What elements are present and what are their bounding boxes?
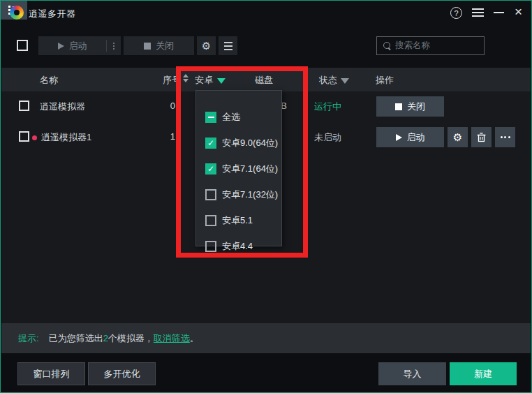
close-all-label: 关闭 bbox=[156, 40, 174, 52]
status-filter-icon[interactable] bbox=[337, 75, 349, 86]
app-logo-icon bbox=[10, 6, 24, 20]
settings-button[interactable]: ⚙ bbox=[197, 36, 216, 55]
play-icon bbox=[58, 43, 64, 50]
filtered-count: 2 bbox=[103, 333, 108, 343]
column-header-action: 操作 bbox=[376, 74, 394, 87]
app-window: 逍遥多开器 ? × 启动 关闭 ⚙ 搜索名称 名称 序号 安卓 磁盘 bbox=[0, 0, 532, 393]
search-placeholder: 搜索名称 bbox=[395, 40, 430, 52]
row-more-button[interactable] bbox=[495, 127, 515, 147]
instance-dot-icon bbox=[32, 135, 37, 140]
app-title: 逍遥多开器 bbox=[29, 8, 76, 20]
checkbox-checked[interactable]: ✓ bbox=[205, 138, 216, 149]
column-header-android[interactable]: 安卓 bbox=[195, 74, 213, 87]
stop-icon bbox=[144, 43, 151, 50]
search-input[interactable]: 搜索名称 bbox=[376, 36, 485, 55]
filter-option-select-all[interactable]: 全选 bbox=[205, 111, 240, 124]
select-all-checkbox[interactable] bbox=[17, 40, 28, 51]
clear-filter-link[interactable]: 取消筛选 bbox=[154, 332, 190, 345]
column-header-status[interactable]: 状态 bbox=[319, 74, 337, 87]
row-close-button[interactable]: 关闭 bbox=[376, 96, 444, 117]
checkbox-checked[interactable]: ✓ bbox=[205, 163, 216, 175]
android-filter-dropdown: 全选 ✓ 安卓9.0(64位) ✓ 安卓7.1(64位) 安卓7.1(32位) … bbox=[195, 90, 282, 246]
row-start-button[interactable]: 启动 bbox=[376, 127, 444, 147]
gear-icon: ⚙ bbox=[453, 132, 462, 142]
filter-option-android-51[interactable]: 安卓5.1 bbox=[205, 214, 253, 227]
close-window-icon[interactable]: × bbox=[515, 3, 522, 20]
instance-name: 逍遥模拟器 bbox=[40, 101, 85, 113]
status-badge: 未启动 bbox=[314, 131, 341, 144]
checkbox-unchecked[interactable] bbox=[205, 215, 216, 226]
minimize-icon[interactable] bbox=[494, 12, 504, 13]
checkbox-unchecked[interactable] bbox=[205, 241, 216, 252]
row-delete-button[interactable] bbox=[471, 127, 492, 147]
sort-icon[interactable] bbox=[183, 74, 189, 82]
filter-option-android-9[interactable]: ✓ 安卓9.0(64位) bbox=[205, 137, 278, 149]
close-all-button[interactable]: 关闭 bbox=[124, 36, 194, 55]
footer: 窗口排列 多开优化 导入 新建 bbox=[1, 353, 531, 392]
batch-menu-button[interactable] bbox=[219, 36, 237, 55]
column-header-serial[interactable]: 序号 bbox=[163, 74, 181, 87]
row-checkbox[interactable] bbox=[19, 101, 29, 111]
instance-serial: 1 bbox=[141, 131, 175, 142]
column-header-disk[interactable]: 磁盘 bbox=[255, 74, 273, 87]
hint-label: 提示: bbox=[18, 332, 39, 345]
instance-serial: 0 bbox=[141, 101, 175, 111]
import-button[interactable]: 导入 bbox=[378, 362, 446, 385]
android-filter-icon[interactable] bbox=[213, 75, 226, 86]
multi-open-optimize-button[interactable]: 多开优化 bbox=[88, 362, 156, 385]
start-all-button[interactable]: 启动 bbox=[38, 36, 121, 55]
filter-option-android-71-64[interactable]: ✓ 安卓7.1(64位) bbox=[205, 163, 278, 175]
hint-bar: 提示: 已为您筛选出 2 个模拟器， 取消筛选 。 bbox=[1, 323, 531, 353]
search-icon bbox=[383, 42, 391, 50]
row-settings-button[interactable]: ⚙ bbox=[448, 127, 468, 147]
checkbox-unchecked[interactable] bbox=[205, 189, 216, 200]
instance-name: 逍遥模拟器1 bbox=[41, 131, 91, 144]
start-all-label: 启动 bbox=[69, 40, 87, 52]
arrange-windows-button[interactable]: 窗口排列 bbox=[17, 362, 85, 385]
gear-icon: ⚙ bbox=[202, 40, 211, 51]
row-checkbox[interactable] bbox=[19, 131, 29, 142]
column-header-name[interactable]: 名称 bbox=[40, 74, 58, 87]
help-icon[interactable]: ? bbox=[450, 6, 464, 20]
status-badge: 运行中 bbox=[314, 101, 341, 113]
start-options-icon[interactable] bbox=[107, 36, 121, 55]
stop-icon bbox=[395, 103, 402, 110]
filter-option-android-44[interactable]: 安卓4.4 bbox=[205, 240, 253, 253]
main-menu-icon[interactable] bbox=[472, 8, 486, 22]
create-button[interactable]: 新建 bbox=[450, 362, 517, 385]
checkbox-indeterminate[interactable] bbox=[205, 112, 216, 123]
more-icon bbox=[501, 136, 510, 138]
table-header: 名称 序号 安卓 磁盘 状态 操作 bbox=[1, 68, 531, 91]
play-icon bbox=[396, 134, 402, 141]
trash-icon bbox=[477, 133, 486, 142]
titlebar: 逍遥多开器 ? × bbox=[1, 1, 531, 31]
filter-option-android-71-32[interactable]: 安卓7.1(32位) bbox=[205, 188, 278, 201]
